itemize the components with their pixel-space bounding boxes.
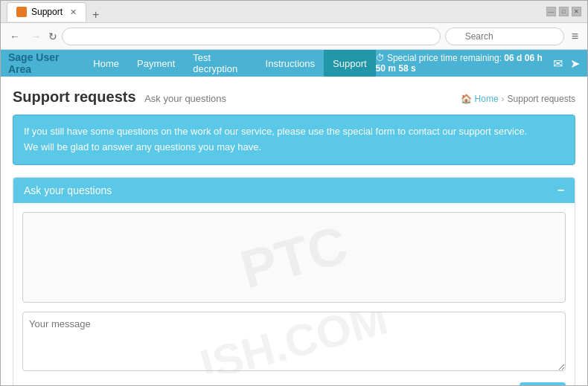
tab-close-button[interactable]: ✕: [70, 7, 77, 17]
window-controls: — □ ✕: [546, 7, 581, 16]
breadcrumb: 🏠 Home › Support requests: [461, 94, 575, 104]
message-textarea[interactable]: [22, 312, 566, 371]
new-tab-button[interactable]: +: [86, 8, 105, 22]
accordion-body: PTC ISH.COM Send: [13, 203, 575, 385]
address-bar: ← → ↻ 🔍 ≡: [1, 23, 587, 50]
page-content: Support requests Ask your questions 🏠 Ho…: [1, 77, 587, 385]
nav-instructions[interactable]: Instructions: [257, 50, 324, 77]
breadcrumb-separator: ›: [502, 94, 505, 104]
search-input[interactable]: [445, 28, 564, 45]
maximize-button[interactable]: □: [559, 7, 569, 16]
breadcrumb-current: Support requests: [508, 94, 575, 104]
page-title-area: Support requests Ask your questions: [13, 89, 226, 106]
timer-label: ⏱ Special price time remaining: 06 d 06 …: [376, 53, 546, 74]
back-button[interactable]: ←: [7, 29, 23, 44]
accordion-toggle-icon[interactable]: −: [557, 184, 564, 197]
nav-right: ⏱ Special price time remaining: 06 d 06 …: [376, 53, 580, 74]
accordion-header[interactable]: Ask your questions −: [13, 178, 575, 203]
site-logo: Sage User Area: [8, 51, 72, 75]
url-bar[interactable]: [62, 28, 441, 45]
forward-button[interactable]: →: [28, 29, 44, 44]
browser-window: Support ✕ + — □ ✕ ← → ↻ 🔍 ≡ Sage User Ar…: [0, 0, 588, 386]
ask-questions-accordion: Ask your questions − PTC ISH.COM: [13, 177, 575, 385]
send-button[interactable]: Send: [520, 382, 566, 385]
nav-support[interactable]: Support: [324, 50, 376, 77]
nav-home[interactable]: Home: [84, 50, 128, 77]
minimize-button[interactable]: —: [546, 7, 556, 16]
active-tab[interactable]: Support ✕: [7, 2, 86, 22]
mail-icon[interactable]: ✉: [553, 57, 563, 71]
close-button[interactable]: ✕: [572, 7, 581, 16]
tab-bar: Support ✕ +: [7, 2, 540, 22]
clock-icon: ⏱: [376, 53, 385, 63]
tab-favicon: [16, 7, 27, 17]
accordion-title: Ask your questions: [24, 184, 112, 196]
form-area-inner: [23, 213, 565, 302]
page-subtitle: Ask your questions: [144, 93, 226, 104]
send-row: Send: [22, 382, 566, 385]
reload-button[interactable]: ↻: [48, 30, 57, 42]
info-text-1: If you still have some questions on the …: [24, 124, 564, 140]
nav-payment[interactable]: Payment: [128, 50, 184, 77]
page-header: Support requests Ask your questions 🏠 Ho…: [13, 89, 575, 106]
message-input-area: ISH.COM: [22, 312, 566, 373]
info-box: If you still have some questions on the …: [13, 115, 575, 165]
tab-title: Support: [31, 7, 63, 17]
share-icon[interactable]: ➤: [570, 57, 580, 71]
home-icon: 🏠: [461, 94, 472, 104]
search-wrap: 🔍: [445, 28, 564, 45]
title-bar: Support ✕ + — □ ✕: [1, 1, 587, 23]
browser-menu-button[interactable]: ≡: [569, 28, 581, 45]
logo-text: Sage: [8, 51, 33, 63]
message-area: PTC: [22, 212, 566, 303]
page-title: Support requests: [13, 89, 136, 105]
breadcrumb-home[interactable]: Home: [475, 94, 499, 104]
nav-test-decryption[interactable]: Test decryption: [184, 50, 256, 77]
timer-label-text: Special price time remaining:: [387, 53, 502, 63]
site-navigation: Sage User Area Home Payment Test decrypt…: [1, 50, 587, 77]
info-text-2: We will be glad to answer any questions …: [24, 140, 564, 155]
